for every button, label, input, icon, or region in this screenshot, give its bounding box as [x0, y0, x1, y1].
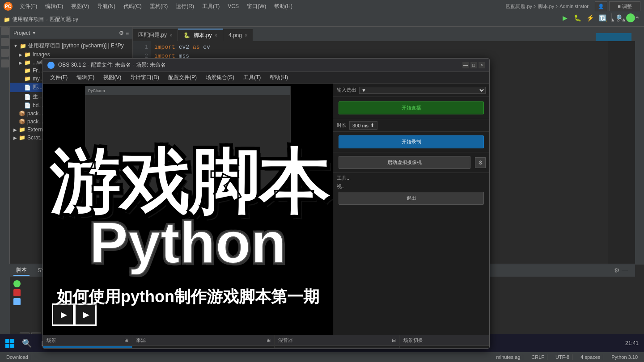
tab-png-close[interactable]: × [245, 33, 247, 38]
debug-button[interactable]: 🐛 [572, 13, 583, 23]
obs-streaming-controls: 开始直播 [333, 97, 489, 119]
obs-source-eye[interactable]: 👁 [144, 348, 148, 349]
status-encoding[interactable]: UTF-8 [553, 354, 572, 360]
bottom-tab-script[interactable]: 脚本 [13, 265, 30, 276]
obs-minimize-btn[interactable]: — [462, 62, 469, 68]
sidebar-icon-3[interactable] [1, 49, 9, 57]
obs-duration-input[interactable]: 300 ms ⬍ [349, 121, 377, 130]
tree-match-label: 匹... [33, 84, 42, 91]
obs-tools-label: 工具... [337, 175, 351, 181]
import-cv: cv [203, 44, 210, 51]
menu-run[interactable]: 运行(R) [172, 2, 198, 11]
status-crlf[interactable]: CRLF [529, 354, 547, 360]
project-label: Project [13, 30, 30, 36]
obs-close-btn[interactable]: × [479, 62, 485, 68]
menu-vcs[interactable]: VCS [224, 2, 242, 10]
big-python-title: Python [89, 214, 287, 272]
stop-icon[interactable] [13, 289, 21, 296]
taskbar-search[interactable]: 🔍 [19, 335, 35, 351]
top-menubar: PC 文件(F) 编辑(E) 视图(V) 导航(N) 代码(C) 重构(R) 运… [0, 0, 644, 13]
tab-matchquestion[interactable]: 匹配问题.py × [133, 29, 178, 41]
obs-mixer-ch1: 麦克风/Aux 0.0 dB ⋮ 🔊 [275, 347, 399, 349]
bottom-close[interactable]: — [622, 267, 628, 274]
menu-code[interactable]: 代码(C) [120, 2, 145, 11]
search-icon: 🔍 [22, 338, 32, 348]
obs-duration-spinner[interactable]: ⬍ [370, 122, 374, 128]
status-bar: Download minutes ag CRLF UTF-8 4 spaces … [0, 352, 644, 362]
coverage-button[interactable]: 🔃 [597, 13, 608, 23]
tree-fr-label: Fr... [33, 67, 42, 74]
obs-menu-view[interactable]: 视图(V) [100, 73, 125, 82]
menu-view[interactable]: 视图(V) [68, 2, 93, 11]
obs-start-recording-btn[interactable]: 开始录制 [339, 135, 484, 148]
obs-menu-file[interactable]: 文件(F) [47, 73, 71, 82]
obs-io-row: 输入选出 ▼ [333, 84, 489, 97]
obs-input-dropdown[interactable]: ▼ [359, 87, 486, 94]
tree-root[interactable]: ▼ 📁 使用程序项目 [python (pycharm)] | E:\Py [10, 41, 132, 51]
obs-source-display[interactable]: 👁 🔒 显示器采集 [132, 346, 274, 349]
obs-duration-value: 300 ms [352, 123, 369, 128]
profile-button[interactable]: 👤 [595, 1, 607, 11]
restart-icon[interactable] [13, 298, 21, 305]
right-scrollbar[interactable] [635, 27, 644, 264]
obs-scene-item-main[interactable]: 场景 [43, 346, 132, 349]
obs-menu-profile[interactable]: 配置文件(P) [165, 73, 200, 82]
obs-mixer-panel: 混音器 ⊟ 麦克风/Aux 0.0 dB ⋮ 🔊 桌面音 [275, 335, 400, 349]
obs-menu-dockwindow[interactable]: 导计窗口(D) [127, 73, 163, 82]
obs-transitions-label: 场景切换 [403, 337, 423, 344]
menu-tools[interactable]: 工具(T) [199, 2, 223, 11]
obs-menu-help[interactable]: 帮助(H) [266, 73, 292, 82]
menu-edit[interactable]: 编辑(E) [42, 2, 67, 11]
pycharm-icon: PC [4, 2, 13, 11]
menu-window[interactable]: 窗口(W) [243, 2, 270, 11]
run-button[interactable]: ▶ [559, 13, 570, 23]
tab-png-label: 4.png [229, 32, 242, 38]
obs-scenes-icon: ⊞ [124, 337, 128, 343]
obs-virtualcam-settings[interactable]: ⚙ [475, 157, 486, 168]
taskbar-right: 21:41 [625, 340, 642, 346]
status-python[interactable]: Python 3.10 [609, 354, 640, 360]
obs-transitions-panel: 场景切换 输入选出 ▼ 时长 300 ms ⬍ [400, 335, 489, 349]
status-download: Download [4, 354, 31, 360]
sidebar-icon-2[interactable] [1, 38, 9, 46]
obs-maximize-btn[interactable]: □ [470, 62, 477, 68]
project-close[interactable]: ≡ [126, 30, 129, 36]
obs-exit-btn[interactable]: 退出 [339, 192, 484, 205]
project-gear[interactable]: ⚙ [119, 30, 124, 36]
sidebar-icon-4[interactable] [1, 59, 9, 67]
tab-script-icon: 🐍 [183, 32, 190, 38]
obs-source-lock[interactable]: 🔒 [151, 348, 157, 349]
tab-matchquestion-close[interactable]: × [169, 33, 172, 38]
obs-menu-scenes[interactable]: 场景集合(S) [202, 73, 238, 82]
tree-pack1-label: pack... [27, 110, 43, 117]
tab-script-close[interactable]: × [214, 33, 217, 38]
sidebar-icon-1[interactable] [1, 27, 9, 35]
layout-button[interactable]: ■ 调整 [609, 1, 640, 11]
search-button[interactable]: 🔍 [615, 13, 624, 22]
taskbar-start[interactable] [2, 335, 18, 351]
obs-virtualcam-btn[interactable]: 启动虚拟摄像机 [339, 156, 470, 169]
menu-refactor[interactable]: 重构(R) [146, 2, 172, 11]
bottom-gear[interactable]: ⚙ [614, 267, 620, 274]
obs-input-select: 输入选出 ▼ [333, 84, 489, 97]
menu-help[interactable]: 帮助(H) [271, 2, 296, 11]
menu-navigate[interactable]: 导航(N) [93, 2, 119, 11]
profile-run-button[interactable]: ⚡ [585, 13, 595, 23]
run-icon[interactable] [13, 280, 21, 287]
status-indent[interactable]: 4 spaces [578, 354, 603, 360]
obs-recording-controls: 开始录制 [333, 132, 489, 152]
menu-file[interactable]: 文件(F) [16, 2, 41, 11]
import-keyword-1: import [154, 44, 175, 51]
user-avatar[interactable] [626, 13, 635, 22]
tab-png[interactable]: 4.png × [223, 29, 253, 41]
tab-matchquestion-label: 匹配问题.py [138, 31, 167, 39]
obs-source-checkbox[interactable] [136, 348, 141, 349]
obs-start-streaming-btn[interactable]: 开始直播 [339, 101, 484, 114]
tab-script[interactable]: 🐍 脚本.py × [178, 29, 223, 41]
obs-menu-tools[interactable]: 工具(T) [240, 73, 264, 82]
tree-images[interactable]: ▶ 📁 images [10, 51, 132, 59]
obs-sources-label: 来源 [136, 337, 146, 344]
breadcrumb-path: 匹配问题.py > 脚本.py > Administrator [506, 3, 589, 10]
tree-scratch-label: Scrat... [27, 135, 44, 141]
obs-menu-edit[interactable]: 编辑(E) [73, 73, 98, 82]
